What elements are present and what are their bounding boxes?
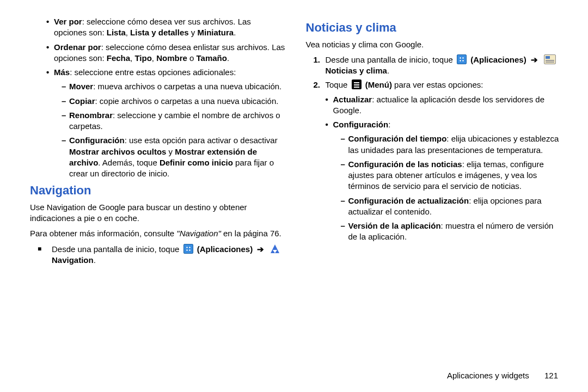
mas-sublist: Mover: mueva archivos o carpetas a una n… — [54, 81, 285, 179]
list-item: Más: seleccione entre estas opciones adi… — [46, 67, 285, 179]
step-number: 1. — [314, 54, 321, 65]
config-sublist: Configuración del tiempo: elija ubicacio… — [333, 133, 561, 242]
option-label: Más — [54, 68, 70, 77]
list-item: Desde una pantalla de inicio, toque (Apl… — [38, 244, 285, 266]
list-item: Ver por: seleccione cómo desea ver sus a… — [46, 16, 285, 39]
left-column: Ver por: seleccione cómo desea ver sus a… — [30, 16, 285, 381]
list-item: 1. Desde una pantalla de inicio, toque (… — [314, 54, 561, 77]
apps-icon — [183, 244, 193, 254]
noticias-intro: Vea noticias y clima con Google. — [306, 39, 561, 50]
list-item: Copiar: copie archivos o carpetas a una … — [62, 96, 285, 107]
list-item: Configuración: use esta opción para acti… — [62, 135, 285, 179]
list-item: Ordenar por: seleccione cómo desea enlis… — [46, 42, 285, 64]
navigation-steps: Desde una pantalla de inicio, toque (Apl… — [30, 244, 285, 266]
arrow-icon: ➔ — [531, 54, 538, 65]
menu-icon — [352, 79, 362, 89]
arrow-icon: ➔ — [257, 244, 264, 255]
noticias-steps: 1. Desde una pantalla de inicio, toque (… — [306, 54, 561, 243]
list-item: Mover: mueva archivos o carpetas a una n… — [62, 81, 285, 92]
list-item: Configuración del tiempo: elija ubicacio… — [341, 133, 561, 156]
manual-page: Ver por: seleccione cómo desea ver sus a… — [0, 0, 588, 392]
option-label: Ordenar por — [54, 42, 101, 52]
list-item: Actualizar: actualice la aplicación desd… — [326, 94, 561, 117]
option-label: Ver por — [54, 17, 82, 26]
page-footer: Aplicaciones y widgets 121 — [447, 371, 558, 380]
noticias-heading: Noticias y clima — [306, 20, 561, 36]
page-number: 121 — [544, 371, 558, 380]
list-item: 2. Toque (Menú) para ver estas opciones:… — [314, 79, 561, 242]
list-item: Configuración de actualización: elija op… — [341, 195, 561, 218]
right-column: Noticias y clima Vea noticias y clima co… — [306, 16, 561, 381]
navigation-icon — [271, 244, 279, 253]
list-item: Configuración de las noticias: elija tem… — [341, 159, 561, 192]
navigation-heading: Navigation — [30, 182, 285, 199]
list-item: Renombrar: seleccione y cambie el nombre… — [62, 110, 285, 132]
navigation-ref: Para obtener más información, consulte "… — [30, 228, 285, 239]
options-list: Ver por: seleccione cómo desea ver sus a… — [30, 16, 285, 179]
menu-options: Actualizar: actualice la aplicación desd… — [326, 94, 561, 243]
section-name: Aplicaciones y widgets — [447, 371, 529, 380]
list-item: Versión de la aplicación: muestra el núm… — [341, 220, 561, 243]
navigation-desc: Use Navigation de Google para buscar un … — [30, 202, 285, 224]
apps-icon — [457, 54, 467, 64]
list-item: Configuración: Configuración del tiempo:… — [326, 119, 561, 243]
news-weather-icon — [544, 54, 556, 64]
step-number: 2. — [314, 79, 321, 90]
